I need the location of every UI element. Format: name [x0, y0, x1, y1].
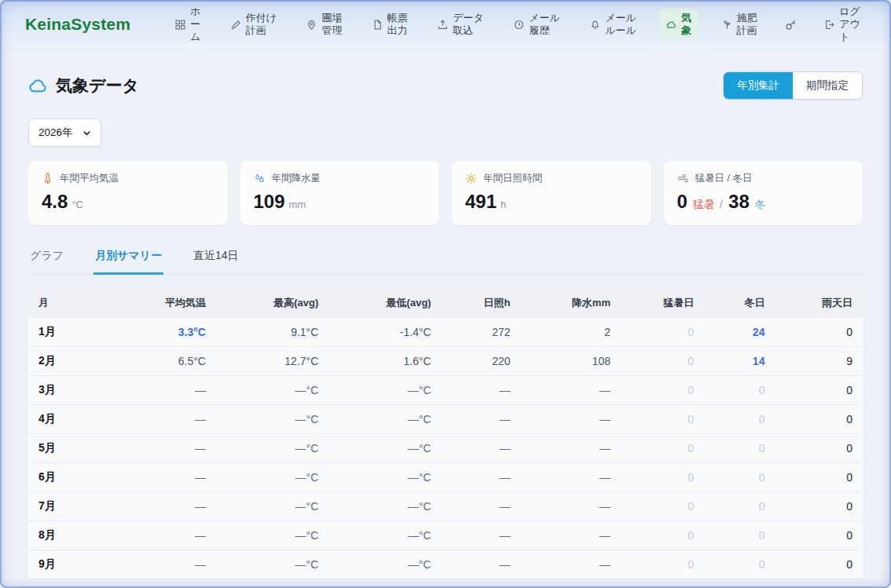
table-cell: 7月 [28, 492, 112, 521]
table-cell: — [112, 492, 216, 521]
table-cell: — [112, 550, 216, 579]
table-cell: —°C [328, 405, 441, 434]
column-header: 雨天日 [775, 288, 863, 318]
column-header: 最高(avg) [216, 288, 328, 318]
stat-value: 491 [465, 191, 497, 213]
table-cell: 0 [621, 463, 704, 492]
table-cell: —°C [216, 550, 328, 579]
table-cell: — [442, 550, 521, 579]
hot-days-value: 0 [677, 191, 688, 213]
stat-label: 猛暑日 / 冬日 [695, 172, 753, 185]
stat-cards: 年間平均気温 4.8 °C 年間降水量 109 mm 年間日照時間 [28, 161, 863, 225]
table-cell: 0 [775, 434, 863, 463]
document-icon [372, 20, 383, 30]
droplets-icon [254, 173, 266, 184]
year-select-value: 2026年 [38, 126, 73, 140]
table-cell: — [442, 492, 521, 521]
table-cell: — [112, 376, 216, 405]
table-cell: 0 [775, 318, 863, 347]
column-header: 平均気温 [112, 288, 216, 318]
table-cell: —°C [216, 405, 328, 434]
logout-icon [824, 20, 834, 30]
nav-label: ログ アウ ト [839, 5, 860, 44]
yearly-summary-button[interactable]: 年別集計 [724, 72, 793, 99]
nav-item-report-output[interactable]: 帳票 出力 [365, 8, 415, 42]
table-cell: 0 [621, 376, 704, 405]
table-row: 8月——°C—°C——000 [28, 521, 863, 550]
table-cell: 1.6°C [328, 347, 441, 376]
table-cell: — [521, 434, 621, 463]
table-row: 9月——°C—°C——000 [28, 550, 863, 579]
nav-item-mail-rules[interactable]: メール ルール [583, 8, 644, 42]
stat-card-precipitation: 年間降水量 109 mm [240, 161, 440, 225]
column-header: 日照h [442, 288, 521, 318]
tab-monthly-summary[interactable]: 月別サマリー [94, 249, 163, 275]
tab-last-14-days[interactable]: 直近14日 [192, 249, 240, 275]
history-clock-icon [514, 20, 524, 30]
nav-item-weather[interactable]: 気 象 [659, 8, 698, 42]
sprout-icon [722, 20, 732, 30]
stat-card-sunshine: 年間日照時間 491 h [452, 161, 651, 225]
page-title-row: 気象データ [28, 75, 139, 97]
table-cell: — [112, 405, 216, 434]
map-pin-icon [306, 20, 317, 30]
nav-item-planting-plan[interactable]: 作付け 計画 [224, 8, 284, 42]
nav-item-home[interactable]: ホ ー ム [168, 2, 207, 48]
table-cell: 6月 [28, 463, 112, 492]
table-row: 6月——°C—°C——000 [28, 463, 863, 492]
top-nav-bar: KeinaSystem ホ ー ム 作付け 計画 圃場 管理 帳票 出力 データ… [0, 0, 891, 49]
stat-card-avg-temp: 年間平均気温 4.8 °C [28, 161, 228, 225]
table-cell: 220 [442, 347, 521, 376]
table-cell: 8月 [28, 521, 112, 550]
stat-unit: °C [72, 199, 83, 210]
table-cell: — [521, 463, 621, 492]
nav-label: 作付け 計画 [246, 12, 277, 38]
stat-value: 109 [254, 191, 285, 213]
table-cell: 0 [621, 521, 704, 550]
nav-label: 気 象 [681, 12, 691, 38]
table-cell: —°C [216, 492, 328, 521]
table-cell: -1.4°C [328, 318, 441, 347]
nav-item-logout[interactable]: ログ アウ ト [817, 2, 867, 48]
table-cell: 0 [704, 550, 775, 579]
table-cell: 0 [621, 405, 704, 434]
monthly-summary-table: 月平均気温最高(avg)最低(avg)日照h降水mm猛暑日冬日雨天日 1月3.3… [28, 288, 863, 579]
nav-item-field-management[interactable]: 圃場 管理 [299, 8, 349, 42]
table-cell: 0 [704, 492, 775, 521]
app-logo[interactable]: KeinaSystem [25, 15, 130, 34]
table-cell: 0 [621, 492, 704, 521]
table-cell: — [442, 434, 521, 463]
tab-graph[interactable]: グラフ [28, 249, 65, 275]
table-cell: 0 [775, 550, 863, 579]
table-cell: — [442, 405, 521, 434]
table-cell: — [112, 521, 216, 550]
table-cell: 108 [521, 347, 621, 376]
table-row: 4月——°C—°C——000 [28, 405, 863, 434]
table-cell: — [521, 492, 621, 521]
table-row: 1月3.3°C9.1°C-1.4°C27220240 [28, 318, 863, 347]
separator: / [720, 197, 723, 210]
key-icon[interactable] [780, 14, 801, 35]
period-select-button[interactable]: 期間指定 [793, 72, 862, 99]
thermometer-icon [42, 173, 53, 184]
nav-item-data-import[interactable]: データ 取込 [431, 8, 491, 42]
table-cell: 272 [442, 318, 521, 347]
stat-label: 年間降水量 [272, 172, 321, 185]
page-title: 気象データ [56, 75, 139, 97]
table-cell: — [521, 376, 621, 405]
stat-label: 年間日照時間 [483, 172, 542, 185]
table-cell: — [442, 463, 521, 492]
table-cell: —°C [216, 376, 328, 405]
table-cell: 0 [621, 347, 704, 376]
stat-unit: h [500, 199, 506, 210]
nav-item-mail-history[interactable]: メール 履歴 [507, 8, 567, 42]
table-cell: 9.1°C [216, 318, 328, 347]
table-cell: —°C [328, 550, 441, 579]
stat-card-extreme-days: 猛暑日 / 冬日 0 猛暑 / 38 冬 [664, 161, 864, 225]
nav-item-fertilizer-plan[interactable]: 施肥 計画 [715, 8, 764, 42]
table-cell: —°C [328, 463, 441, 492]
column-header: 冬日 [704, 288, 775, 318]
table-cell: 3.3°C [112, 318, 216, 347]
table-cell: —°C [328, 376, 441, 405]
year-select[interactable]: 2026年 [28, 119, 101, 147]
